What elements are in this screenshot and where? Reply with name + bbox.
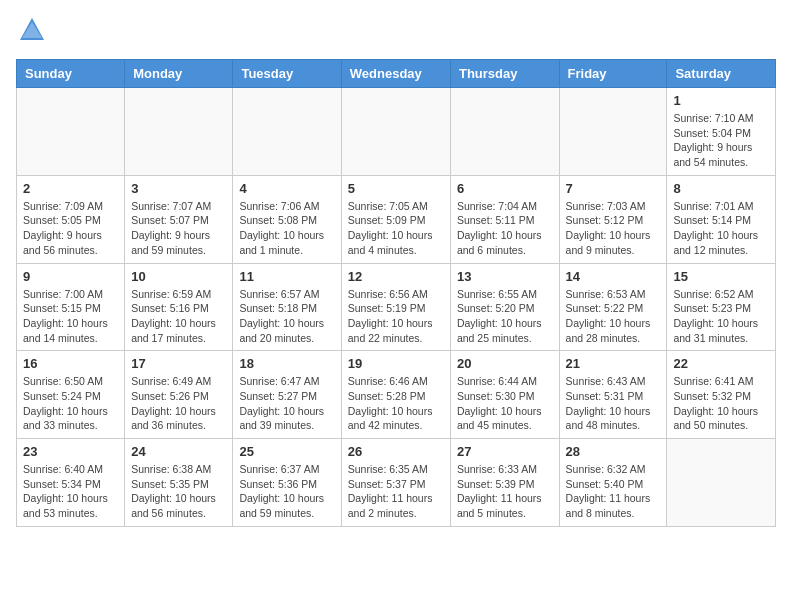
day-number: 13 xyxy=(457,269,553,284)
logo-text xyxy=(16,16,46,49)
calendar-cell: 13Sunrise: 6:55 AM Sunset: 5:20 PM Dayli… xyxy=(450,263,559,351)
day-number: 9 xyxy=(23,269,118,284)
logo xyxy=(16,16,46,49)
day-info: Sunrise: 7:04 AM Sunset: 5:11 PM Dayligh… xyxy=(457,199,553,258)
calendar-cell: 26Sunrise: 6:35 AM Sunset: 5:37 PM Dayli… xyxy=(341,439,450,527)
page-header xyxy=(16,16,776,49)
day-number: 27 xyxy=(457,444,553,459)
day-info: Sunrise: 6:35 AM Sunset: 5:37 PM Dayligh… xyxy=(348,462,444,521)
day-number: 8 xyxy=(673,181,769,196)
day-number: 22 xyxy=(673,356,769,371)
calendar-header-row: SundayMondayTuesdayWednesdayThursdayFrid… xyxy=(17,60,776,88)
calendar-cell: 18Sunrise: 6:47 AM Sunset: 5:27 PM Dayli… xyxy=(233,351,341,439)
calendar-cell: 17Sunrise: 6:49 AM Sunset: 5:26 PM Dayli… xyxy=(125,351,233,439)
calendar-cell: 6Sunrise: 7:04 AM Sunset: 5:11 PM Daylig… xyxy=(450,175,559,263)
calendar-header-saturday: Saturday xyxy=(667,60,776,88)
day-info: Sunrise: 6:40 AM Sunset: 5:34 PM Dayligh… xyxy=(23,462,118,521)
calendar-cell: 9Sunrise: 7:00 AM Sunset: 5:15 PM Daylig… xyxy=(17,263,125,351)
calendar-cell: 27Sunrise: 6:33 AM Sunset: 5:39 PM Dayli… xyxy=(450,439,559,527)
calendar-cell xyxy=(233,88,341,176)
calendar-cell xyxy=(341,88,450,176)
day-info: Sunrise: 6:41 AM Sunset: 5:32 PM Dayligh… xyxy=(673,374,769,433)
day-info: Sunrise: 6:37 AM Sunset: 5:36 PM Dayligh… xyxy=(239,462,334,521)
day-info: Sunrise: 7:05 AM Sunset: 5:09 PM Dayligh… xyxy=(348,199,444,258)
day-info: Sunrise: 7:00 AM Sunset: 5:15 PM Dayligh… xyxy=(23,287,118,346)
calendar-cell: 24Sunrise: 6:38 AM Sunset: 5:35 PM Dayli… xyxy=(125,439,233,527)
day-number: 16 xyxy=(23,356,118,371)
day-number: 14 xyxy=(566,269,661,284)
calendar-cell: 28Sunrise: 6:32 AM Sunset: 5:40 PM Dayli… xyxy=(559,439,667,527)
day-info: Sunrise: 6:33 AM Sunset: 5:39 PM Dayligh… xyxy=(457,462,553,521)
calendar-week-2: 2Sunrise: 7:09 AM Sunset: 5:05 PM Daylig… xyxy=(17,175,776,263)
calendar-header-tuesday: Tuesday xyxy=(233,60,341,88)
day-info: Sunrise: 7:09 AM Sunset: 5:05 PM Dayligh… xyxy=(23,199,118,258)
calendar-cell xyxy=(17,88,125,176)
calendar-week-1: 1Sunrise: 7:10 AM Sunset: 5:04 PM Daylig… xyxy=(17,88,776,176)
calendar-cell: 1Sunrise: 7:10 AM Sunset: 5:04 PM Daylig… xyxy=(667,88,776,176)
day-info: Sunrise: 6:55 AM Sunset: 5:20 PM Dayligh… xyxy=(457,287,553,346)
day-info: Sunrise: 6:38 AM Sunset: 5:35 PM Dayligh… xyxy=(131,462,226,521)
calendar-header-friday: Friday xyxy=(559,60,667,88)
calendar-cell: 11Sunrise: 6:57 AM Sunset: 5:18 PM Dayli… xyxy=(233,263,341,351)
day-info: Sunrise: 6:43 AM Sunset: 5:31 PM Dayligh… xyxy=(566,374,661,433)
calendar-header-sunday: Sunday xyxy=(17,60,125,88)
day-number: 11 xyxy=(239,269,334,284)
day-info: Sunrise: 6:44 AM Sunset: 5:30 PM Dayligh… xyxy=(457,374,553,433)
calendar-cell: 25Sunrise: 6:37 AM Sunset: 5:36 PM Dayli… xyxy=(233,439,341,527)
day-number: 6 xyxy=(457,181,553,196)
day-number: 21 xyxy=(566,356,661,371)
calendar-cell xyxy=(125,88,233,176)
day-number: 25 xyxy=(239,444,334,459)
day-info: Sunrise: 6:32 AM Sunset: 5:40 PM Dayligh… xyxy=(566,462,661,521)
day-number: 3 xyxy=(131,181,226,196)
day-info: Sunrise: 6:46 AM Sunset: 5:28 PM Dayligh… xyxy=(348,374,444,433)
day-info: Sunrise: 6:53 AM Sunset: 5:22 PM Dayligh… xyxy=(566,287,661,346)
day-info: Sunrise: 6:56 AM Sunset: 5:19 PM Dayligh… xyxy=(348,287,444,346)
day-number: 12 xyxy=(348,269,444,284)
day-number: 17 xyxy=(131,356,226,371)
svg-marker-1 xyxy=(22,22,42,38)
day-number: 24 xyxy=(131,444,226,459)
day-info: Sunrise: 6:57 AM Sunset: 5:18 PM Dayligh… xyxy=(239,287,334,346)
calendar-cell: 15Sunrise: 6:52 AM Sunset: 5:23 PM Dayli… xyxy=(667,263,776,351)
calendar-header-monday: Monday xyxy=(125,60,233,88)
calendar-cell: 5Sunrise: 7:05 AM Sunset: 5:09 PM Daylig… xyxy=(341,175,450,263)
calendar-cell xyxy=(559,88,667,176)
day-number: 19 xyxy=(348,356,444,371)
day-info: Sunrise: 6:50 AM Sunset: 5:24 PM Dayligh… xyxy=(23,374,118,433)
calendar-cell: 12Sunrise: 6:56 AM Sunset: 5:19 PM Dayli… xyxy=(341,263,450,351)
calendar-cell: 14Sunrise: 6:53 AM Sunset: 5:22 PM Dayli… xyxy=(559,263,667,351)
calendar-cell: 10Sunrise: 6:59 AM Sunset: 5:16 PM Dayli… xyxy=(125,263,233,351)
day-info: Sunrise: 7:10 AM Sunset: 5:04 PM Dayligh… xyxy=(673,111,769,170)
day-number: 10 xyxy=(131,269,226,284)
calendar-cell: 8Sunrise: 7:01 AM Sunset: 5:14 PM Daylig… xyxy=(667,175,776,263)
calendar-header-wednesday: Wednesday xyxy=(341,60,450,88)
calendar-cell: 23Sunrise: 6:40 AM Sunset: 5:34 PM Dayli… xyxy=(17,439,125,527)
day-info: Sunrise: 7:03 AM Sunset: 5:12 PM Dayligh… xyxy=(566,199,661,258)
day-number: 1 xyxy=(673,93,769,108)
day-number: 20 xyxy=(457,356,553,371)
calendar-cell: 19Sunrise: 6:46 AM Sunset: 5:28 PM Dayli… xyxy=(341,351,450,439)
calendar-cell: 16Sunrise: 6:50 AM Sunset: 5:24 PM Dayli… xyxy=(17,351,125,439)
calendar-cell: 2Sunrise: 7:09 AM Sunset: 5:05 PM Daylig… xyxy=(17,175,125,263)
day-info: Sunrise: 7:07 AM Sunset: 5:07 PM Dayligh… xyxy=(131,199,226,258)
day-info: Sunrise: 6:52 AM Sunset: 5:23 PM Dayligh… xyxy=(673,287,769,346)
calendar-header-thursday: Thursday xyxy=(450,60,559,88)
calendar-week-4: 16Sunrise: 6:50 AM Sunset: 5:24 PM Dayli… xyxy=(17,351,776,439)
calendar-cell: 7Sunrise: 7:03 AM Sunset: 5:12 PM Daylig… xyxy=(559,175,667,263)
day-info: Sunrise: 7:06 AM Sunset: 5:08 PM Dayligh… xyxy=(239,199,334,258)
day-number: 7 xyxy=(566,181,661,196)
calendar-table: SundayMondayTuesdayWednesdayThursdayFrid… xyxy=(16,59,776,527)
calendar-week-5: 23Sunrise: 6:40 AM Sunset: 5:34 PM Dayli… xyxy=(17,439,776,527)
logo-icon xyxy=(18,16,46,44)
day-info: Sunrise: 6:59 AM Sunset: 5:16 PM Dayligh… xyxy=(131,287,226,346)
calendar-cell xyxy=(450,88,559,176)
day-number: 2 xyxy=(23,181,118,196)
calendar-cell: 21Sunrise: 6:43 AM Sunset: 5:31 PM Dayli… xyxy=(559,351,667,439)
calendar-cell: 22Sunrise: 6:41 AM Sunset: 5:32 PM Dayli… xyxy=(667,351,776,439)
calendar-cell: 20Sunrise: 6:44 AM Sunset: 5:30 PM Dayli… xyxy=(450,351,559,439)
day-number: 15 xyxy=(673,269,769,284)
day-info: Sunrise: 6:47 AM Sunset: 5:27 PM Dayligh… xyxy=(239,374,334,433)
day-number: 18 xyxy=(239,356,334,371)
day-number: 5 xyxy=(348,181,444,196)
